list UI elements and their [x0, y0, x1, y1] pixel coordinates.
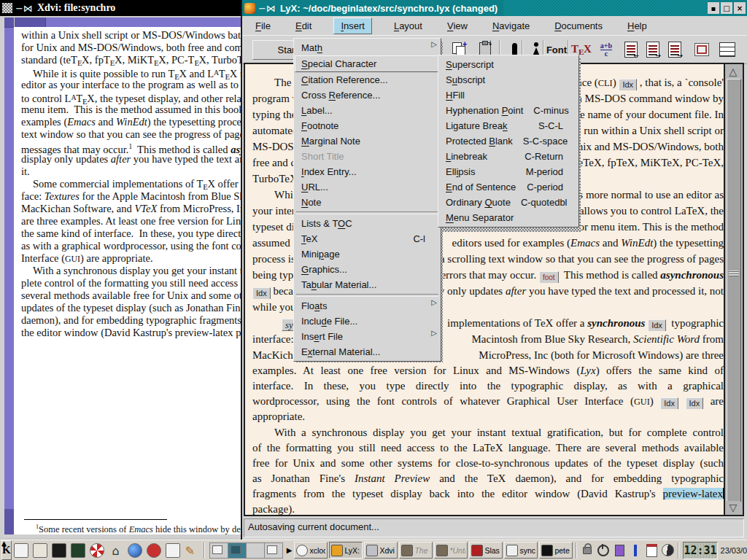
special-char-item-superscript[interactable]: Superscript: [439, 57, 578, 72]
insert-menu-item-floats[interactable]: Floats▷: [295, 298, 440, 314]
pager-desktop-2[interactable]: [228, 543, 247, 558]
scroll-down-arrow[interactable]: ▽: [726, 501, 740, 514]
xdvi-titlebar[interactable]: −⋈ Xdvi: file:synchro: [0, 0, 242, 16]
pencil-icon[interactable]: ✎: [183, 542, 201, 559]
special-char-item-linebreak[interactable]: LinebreakC-Return: [439, 149, 578, 164]
minimize-button[interactable]: ▪: [708, 2, 719, 14]
pager-desktop-1[interactable]: [210, 543, 228, 558]
scroll-up-arrow[interactable]: △: [726, 65, 740, 78]
papers2-icon[interactable]: [164, 542, 182, 559]
pager-desktop-4[interactable]: [265, 543, 282, 558]
clock[interactable]: 12:31: [683, 542, 717, 559]
insert-menu-item-label[interactable]: Label...: [295, 103, 440, 118]
power-icon[interactable]: [596, 543, 611, 558]
insert-menu-item-tabular-material[interactable]: Tabular Material...: [295, 277, 440, 292]
insert-menu-item-marginal-note[interactable]: Marginal Note: [295, 133, 440, 149]
special-char-item-protected-blank[interactable]: Protected BlankS-C-space: [439, 133, 578, 149]
xdvi-horizontal-scrollbar[interactable]: [15, 18, 242, 27]
task-button-theg[interactable]: The G: [399, 542, 433, 559]
desktop-pen-icon[interactable]: [31, 542, 49, 559]
special-char-item-ligature-break[interactable]: Ligature BreakS-C-L: [439, 118, 578, 133]
terminal-icon[interactable]: [50, 542, 68, 559]
menubar-item-layout[interactable]: Layout: [391, 18, 425, 34]
iconify-glyph[interactable]: −⋈: [15, 3, 33, 14]
insert-menu-item-lists-toc[interactable]: Lists & TOC: [295, 216, 440, 231]
pager-desktop-3[interactable]: [247, 543, 265, 558]
insert-menu-item-tex[interactable]: TeXC-l: [295, 231, 440, 246]
footnote-button[interactable]: ←: [620, 39, 642, 61]
pager-window: [212, 545, 222, 554]
scrollbar-thumb[interactable]: [727, 79, 741, 502]
insert-menu-item-note[interactable]: Note: [295, 195, 440, 210]
task-button-unti[interactable]: *Unti: [434, 542, 468, 559]
xdvi-hscroll-thumb[interactable]: [45, 18, 242, 27]
help-lifebuoy-icon[interactable]: [88, 542, 106, 559]
window-list-arrow[interactable]: ▶: [287, 546, 293, 554]
insert-menu-item-cross-reference[interactable]: Cross Reference...: [295, 88, 440, 103]
figure-button[interactable]: [691, 39, 713, 61]
insert-menu-item-citation-reference[interactable]: Citation Reference...: [295, 72, 440, 88]
special-char-item-end-of-sentence[interactable]: End of SentenceC-period: [439, 179, 578, 195]
lyx-titlebar[interactable]: −⋈ LyX: ~/doc/beginlatex/src/synchro.lyx…: [242, 0, 747, 16]
papers-icon[interactable]: [12, 542, 30, 559]
task-button-sync[interactable]: sync: [504, 542, 538, 559]
special-char-item-hyphenation-point[interactable]: Hyphenation PointC-minus: [439, 103, 578, 118]
marginpar-button[interactable]: →: [642, 39, 664, 61]
xdvi-vscroll-thumb[interactable]: [4, 27, 14, 509]
globe-icon[interactable]: [126, 542, 144, 559]
menubar-item-documents[interactable]: Documents: [551, 18, 605, 34]
special-char-item-menu-separator[interactable]: Menu Separator: [439, 210, 578, 225]
table-button[interactable]: [716, 39, 738, 61]
menubar-item-edit[interactable]: Edit: [293, 18, 314, 34]
task-button-lyx[interactable]: LyX:: [329, 542, 363, 559]
insert-menu-item-url[interactable]: URL...: [295, 179, 440, 195]
close-button[interactable]: ×: [734, 2, 746, 14]
home-icon[interactable]: ⌂: [107, 542, 125, 559]
menubar-item-file[interactable]: File: [252, 18, 274, 34]
insert-menu-item-footnote[interactable]: Footnote: [295, 118, 440, 133]
insert-menu-item-external-material[interactable]: External Material...: [295, 344, 440, 359]
iconify-glyph[interactable]: −⋈: [258, 3, 276, 14]
special-char-item-subscript[interactable]: Subscript: [439, 72, 578, 88]
scrollbar-grip[interactable]: [729, 271, 739, 276]
calendar-icon[interactable]: [644, 543, 659, 558]
bluebar-icon[interactable]: [628, 543, 643, 558]
index-inset-button[interactable]: Idx: [686, 397, 704, 409]
index-inset-button[interactable]: Idx: [660, 397, 678, 409]
task-button-slas[interactable]: Slas: [469, 542, 503, 559]
footnote-inset-button[interactable]: foot: [539, 271, 559, 283]
insert-menu-item-index-entry[interactable]: Index Entry...: [295, 164, 440, 179]
xdvi-vertical-scrollbar[interactable]: [4, 18, 14, 534]
task-button-xdvi[interactable]: Xdvi: [364, 542, 398, 559]
index-inset-button[interactable]: Idx: [648, 319, 666, 331]
special-char-item-hfill[interactable]: HFill: [439, 88, 578, 103]
lock-icon[interactable]: [580, 543, 595, 558]
maximize-button[interactable]: □: [721, 2, 732, 14]
special-char-item-ellipsis[interactable]: EllipsisM-period: [439, 164, 578, 179]
insert-menu-item-minipage[interactable]: Minipage: [295, 246, 440, 262]
k-menu-button[interactable]: ▲K: [1, 540, 12, 560]
console-icon[interactable]: [69, 542, 87, 559]
menu-item-label: Note: [301, 195, 425, 210]
task-button-xcloc[interactable]: xcloc: [294, 542, 328, 559]
insert-menu-item-special-character[interactable]: Special Character: [295, 55, 440, 72]
vertical-scrollbar[interactable]: △ ▽: [724, 64, 743, 515]
menubar-item-insert[interactable]: Insert: [333, 18, 372, 34]
special-char-item-ordinary-quote[interactable]: Ordinary QuoteC-quotedbl: [439, 195, 578, 210]
desktop-pager[interactable]: [209, 542, 283, 559]
menubar-item-view[interactable]: View: [444, 18, 471, 34]
menubar-item-help[interactable]: Help: [624, 18, 650, 34]
klipper-icon[interactable]: [612, 543, 627, 558]
moon-icon[interactable]: [660, 543, 675, 558]
insert-menu-item-graphics[interactable]: Graphics...: [295, 262, 440, 277]
insert-menu-item-math[interactable]: Math▷: [295, 40, 440, 55]
task-button-pete[interactable]: pete◄: [539, 542, 573, 559]
depth-button[interactable]: →: [664, 39, 686, 61]
insert-menu-item-include-file[interactable]: Include File...: [295, 314, 440, 329]
insert-menu-item-insert-file[interactable]: Insert File▷: [295, 329, 440, 344]
kde-red-icon[interactable]: [145, 542, 163, 559]
menubar-item-navigate[interactable]: Navigate: [489, 18, 533, 34]
index-inset-button[interactable]: Idx: [252, 287, 271, 299]
index-inset-button[interactable]: Idx: [619, 79, 637, 90]
math-button[interactable]: a+bc: [595, 39, 617, 61]
